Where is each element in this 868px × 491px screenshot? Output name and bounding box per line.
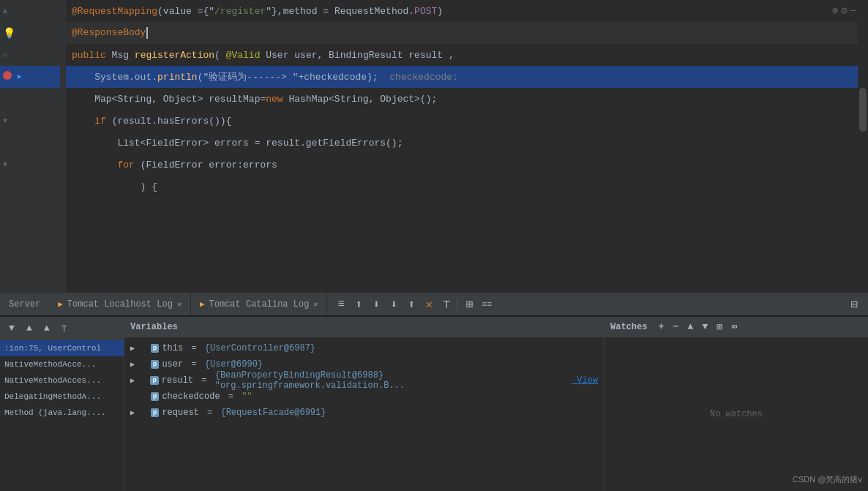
gutter-line-9 — [0, 176, 60, 198]
toolbar-grid-icon[interactable]: ⊞ — [461, 296, 477, 312]
tab-bar-right: ⊟ — [846, 296, 868, 312]
toolbar-panel-icon[interactable]: ⊟ — [846, 296, 862, 312]
watches-remove-btn[interactable]: − — [669, 321, 682, 334]
callstack-item-label-2: NativeMethodAcces... — [4, 376, 101, 385]
callstack-down-btn[interactable]: ▼ — [4, 321, 19, 336]
toolbar-actions: ≡ ⬆ ⬇ ⬇ ⬆ ✕ ⊤ ⊞ ≡≡ — [327, 296, 501, 312]
gutter-line-1: ▲ — [0, 0, 60, 22]
code-content: @RequestMapping(value ={"/register"},met… — [66, 0, 868, 293]
var-item-request[interactable]: ▶ p request = {RequestFacade@6991} — [124, 405, 604, 421]
toolbar-remove-icon[interactable]: ✕ — [421, 296, 437, 312]
var-name-result: result — [162, 375, 193, 386]
code-line-9: ) { — [66, 176, 868, 198]
toolbar-end-icon[interactable]: ⊤ — [438, 296, 454, 312]
watches-toolbar: + − ▲ ▼ ⊞ ∞ — [654, 321, 741, 334]
gutter-line-3: ◇ — [0, 44, 60, 66]
toolbar-menu-icon[interactable]: ≡ — [333, 296, 349, 312]
watches-add-btn[interactable]: + — [654, 321, 667, 334]
gutter-line-2: 💡 — [0, 22, 60, 44]
toolbar-down-icon[interactable]: ⬇ — [368, 296, 384, 312]
code-line-2: @ResponseBody — [66, 22, 868, 44]
toolbar-sep-1 — [457, 299, 458, 310]
gutter-line-8: ▼ — [0, 154, 60, 176]
var-value-result: {BeanPropertyBindingResult@6988} "org.sp… — [215, 370, 569, 391]
callstack-item-label-0: :ion:75, UserControl — [4, 344, 101, 353]
watches-infinity-btn[interactable]: ∞ — [727, 321, 741, 334]
code-text-6: if (result.hasErrors()){ — [72, 116, 231, 127]
var-value-user: {User@6990} — [205, 359, 263, 370]
scrollbar-thumb[interactable] — [859, 88, 867, 132]
tab-tomcat-localhost-label: Tomcat Localhost Log — [67, 299, 173, 310]
tab-tomcat-catalina[interactable]: ▶ Tomcat Catalina Log ✕ — [191, 293, 327, 315]
callstack-item-4[interactable]: Method (java.lang.... — [0, 405, 124, 421]
callstack-up-btn2[interactable]: ▲ — [40, 321, 54, 336]
code-line-8: for (FieldError error:errors — [66, 154, 868, 176]
var-expand-this[interactable]: ▶ — [130, 344, 139, 353]
code-line-1: @RequestMapping(value ={"/register"},met… — [66, 0, 868, 22]
editor-gutter: ▲ 💡 ◇ ➤ ▼ ▼ — [0, 0, 66, 293]
callstack-item-2[interactable]: NativeMethodAcces... — [0, 372, 124, 389]
watches-down-btn[interactable]: ▼ — [698, 321, 711, 334]
var-name-user: user — [162, 359, 183, 370]
variables-list: ▶ p this = {UserController@6987} ▶ p use… — [124, 337, 604, 491]
callstack-item-3[interactable]: DelegatingMethodA... — [0, 389, 124, 405]
fold-arrow-3[interactable]: ◇ — [3, 50, 7, 59]
variables-title: Variables — [130, 322, 178, 332]
callstack-toolbar: ▼ ▲ ▲ ⊤ — [0, 317, 124, 340]
gutter-line-6: ▼ — [0, 110, 60, 132]
gutter-line-5 — [0, 88, 60, 110]
watches-panel: Watches + − ▲ ▼ ⊞ ∞ No watches — [605, 317, 868, 491]
fold-arrow-6[interactable]: ▼ — [3, 117, 7, 125]
callstack-item-1[interactable]: NativeMethodAcce... — [0, 356, 124, 372]
code-text-9: ) { — [72, 181, 157, 192]
tomcat-localhost-icon: ▶ — [58, 299, 63, 309]
settings-icon[interactable]: ⚙ — [841, 4, 847, 17]
var-eq-user: = — [186, 359, 202, 370]
var-eq-result: = — [196, 375, 212, 386]
watches-title: Watches — [610, 322, 647, 332]
debug-panel: ▼ ▲ ▲ ⊤ :ion:75, UserControl NativeMetho… — [0, 316, 868, 491]
var-value-this: {UserController@6987} — [205, 343, 315, 353]
var-expand-user[interactable]: ▶ — [130, 360, 139, 369]
var-value-request: {RequestFacade@6991} — [220, 408, 326, 418]
var-badge-request: p — [151, 408, 159, 417]
editor-area: ▲ 💡 ◇ ➤ ▼ ▼ — [0, 0, 868, 293]
toolbar-up-icon[interactable]: ⬆ — [351, 296, 367, 312]
var-eq-checkedcode: = — [223, 391, 239, 402]
var-eq-request: = — [202, 408, 218, 418]
var-item-checkedcode[interactable]: ▶ p checkedcode = "" — [124, 389, 604, 405]
var-expand-result[interactable]: ▶ — [130, 376, 139, 385]
breakpoint-icon-4[interactable] — [3, 71, 12, 83]
editor-scrollbar[interactable] — [858, 0, 868, 293]
tab-tomcat-localhost[interactable]: ▶ Tomcat Localhost Log ✕ — [49, 293, 191, 315]
watches-copy-btn[interactable]: ⊞ — [713, 321, 726, 334]
watches-header: Watches + − ▲ ▼ ⊞ ∞ — [605, 317, 868, 337]
watches-up-btn[interactable]: ▲ — [684, 321, 697, 334]
minimize-icon[interactable]: — — [850, 4, 856, 17]
code-line-7: List<FieldError> errors = result.getFiel… — [66, 132, 868, 154]
callstack-item-0[interactable]: :ion:75, UserControl — [0, 340, 124, 356]
var-item-this[interactable]: ▶ p this = {UserController@6987} — [124, 340, 604, 356]
toolbar-lines-icon[interactable]: ≡≡ — [479, 296, 495, 312]
callstack-up-btn[interactable]: ▲ — [22, 321, 37, 336]
code-text-7: List<FieldError> errors = result.getFiel… — [72, 138, 403, 149]
watermark: CSDN @梵高的猪v — [793, 474, 862, 485]
code-text-2: @ResponseBody — [72, 27, 148, 39]
expand-icon[interactable]: ⊕ — [832, 4, 838, 17]
var-item-result[interactable]: ▶ p result = {BeanPropertyBindingResult@… — [124, 372, 604, 389]
tomcat-catalina-icon: ▶ — [200, 299, 205, 309]
tab-tomcat-catalina-close[interactable]: ✕ — [313, 300, 318, 309]
toolbar-top-icon[interactable]: ⬆ — [403, 296, 419, 312]
code-line-5: Map<String, Object> resultMap=new HashMa… — [66, 88, 868, 110]
tab-tomcat-localhost-close[interactable]: ✕ — [177, 300, 182, 309]
var-expand-request[interactable]: ▶ — [130, 408, 139, 417]
callstack-filter-btn[interactable]: ⊤ — [57, 321, 72, 336]
bulb-icon-2[interactable]: 💡 — [3, 27, 15, 40]
code-line-3: public Msg registerAction( @Valid User u… — [66, 44, 868, 66]
var-view-result[interactable]: View — [572, 375, 598, 386]
toolbar-bottom-icon[interactable]: ⬇ — [386, 296, 402, 312]
fold-arrow-8[interactable]: ▼ — [3, 161, 7, 169]
gutter-line-7 — [0, 132, 60, 154]
fold-arrow-1[interactable]: ▲ — [3, 7, 7, 15]
watches-body: No watches — [605, 337, 868, 491]
